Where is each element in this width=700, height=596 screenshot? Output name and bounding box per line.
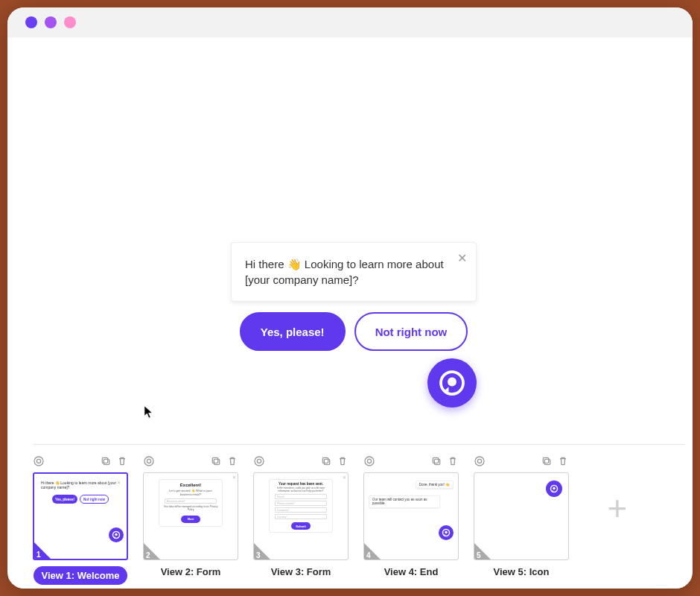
thumb4-fab-icon [439,525,454,540]
thumb2-number: 2 [146,551,150,559]
trash-icon[interactable] [337,455,349,467]
thumb2-input: Business email* [165,498,217,504]
thumbnail-view-3[interactable]: ✕ Your request has been sent. In the mea… [253,452,349,577]
thumb2-title: Excellent! [180,483,201,487]
fab-wrap [231,358,477,408]
add-view-button[interactable]: + [608,488,628,528]
thumb-close-icon: ✕ [343,475,346,480]
svg-rect-10 [214,459,219,464]
thumb4-done: Done, thank you! 👋 [416,481,454,489]
duplicate-icon[interactable] [541,455,553,467]
window-control-violet[interactable] [45,16,57,28]
thumbnail-view-5[interactable]: 5 View 5: Icon [474,452,569,577]
duplicate-icon[interactable] [430,455,442,467]
close-icon[interactable]: ✕ [457,250,467,267]
svg-point-16 [365,457,374,466]
thumb3-field-2: Company* [275,507,327,513]
thumb1-yes: Yes, please! [52,495,77,504]
mouse-cursor-icon [144,405,154,422]
thumbnail-view-2[interactable]: ✕ Excellent! Let's get started 👋 What is… [143,452,238,577]
svg-point-22 [475,457,484,466]
not-right-now-button[interactable]: Not right now [354,312,468,351]
thumb2-subtitle: Let's get started 👋 What is your busines… [163,489,218,496]
thumb1-message: Hi there 👋 Looking to learn more about [… [39,478,122,492]
thumbnail-view-4[interactable]: Done, thank you! 👋 Our team will contact… [363,452,459,577]
thumb5-number: 5 [477,551,481,559]
svg-rect-15 [322,457,328,463]
thumb4-reply: Our team will contact you as soon as pos… [369,495,440,508]
chat-widget-preview: ✕ Hi there 👋 Looking to learn more about… [231,242,477,408]
thumb-close-icon: ✕ [117,480,121,485]
thumb4-number: 4 [366,551,371,559]
thumb1-fab-icon [109,527,124,542]
trash-icon[interactable] [116,455,128,467]
chat-bubble-icon [439,370,465,396]
svg-point-27 [553,487,556,490]
svg-point-8 [144,457,153,466]
svg-rect-4 [104,459,109,464]
svg-point-17 [367,459,371,463]
thumb2-label: View 2: Form [143,566,238,577]
target-icon[interactable] [253,455,265,467]
svg-rect-18 [434,459,439,464]
svg-point-21 [445,531,448,534]
svg-point-7 [115,533,118,536]
thumb1-no: Not right now [80,495,109,504]
chat-message-text: Hi there 👋 Looking to learn more about [… [245,256,462,288]
target-icon[interactable] [143,455,155,467]
thumb3-number: 3 [256,551,261,559]
thumb5-label: View 5: Icon [474,566,569,577]
thumb3-label: View 3: Form [253,566,349,577]
target-icon[interactable] [363,455,375,467]
thumb3-field-0: Name* [275,494,327,499]
trash-icon[interactable] [447,455,459,467]
editor-canvas: ✕ Hi there 👋 Looking to learn more about… [15,37,685,589]
chat-button-row: Yes, please! Not right now [231,312,477,351]
thumb3-field-1: Phone number* [275,501,327,506]
views-strip: ✕ Hi there 👋 Looking to learn more about… [33,444,685,585]
duplicate-icon[interactable] [320,455,332,467]
window-control-purple[interactable] [25,16,37,28]
thumb3-field-3: Country* [275,514,327,519]
thumb3-submit-button: Submit [291,522,311,530]
thumbnail-view-1[interactable]: ✕ Hi there 👋 Looking to learn more about… [33,452,128,585]
svg-rect-5 [102,457,107,463]
svg-rect-25 [543,457,548,463]
window-control-pink[interactable] [64,16,76,28]
thumb4-label: View 4: End [363,566,459,577]
svg-rect-19 [433,457,438,463]
thumb3-title: Your request has been sent. [279,482,323,486]
svg-rect-11 [212,457,217,463]
trash-icon[interactable] [557,455,569,467]
duplicate-icon[interactable] [210,455,222,467]
thumb2-next-button: Next [181,516,200,523]
thumb5-fab-icon [546,481,562,497]
svg-point-13 [257,459,261,463]
svg-point-3 [36,459,40,463]
duplicate-icon[interactable] [100,455,112,467]
target-icon[interactable] [474,455,486,467]
svg-point-9 [147,459,150,463]
trash-icon[interactable] [226,455,238,467]
thumb1-number: 1 [36,551,41,559]
chat-message-bubble: ✕ Hi there 👋 Looking to learn more about… [231,242,477,302]
svg-rect-14 [324,459,329,464]
thumb2-note: Your data will be managed according to o… [163,506,218,511]
thumb-close-icon: ✕ [232,475,236,480]
app-window: ✕ Hi there 👋 Looking to learn more about… [7,7,693,589]
target-icon[interactable] [33,455,45,467]
chat-launcher-button[interactable] [427,358,477,408]
yes-please-button[interactable]: Yes, please! [240,312,346,351]
thumb3-subtitle: In the meantime, could you give us a bit… [273,487,328,492]
svg-point-2 [34,457,43,466]
svg-rect-24 [544,459,550,464]
svg-point-1 [448,378,456,387]
svg-point-23 [477,459,481,463]
add-view-column: + [584,452,651,564]
thumb1-label: View 1: Welcome [34,566,127,585]
window-titlebar [7,7,693,37]
svg-point-12 [255,457,264,466]
